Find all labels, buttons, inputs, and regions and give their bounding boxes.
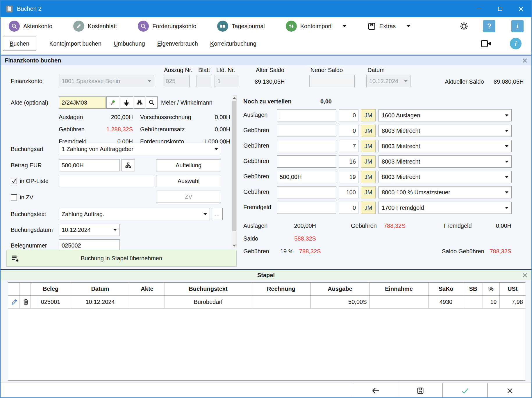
x-icon bbox=[522, 58, 527, 63]
sum-fremdgeld-value: 0,00H bbox=[477, 222, 511, 230]
percent-input[interactable]: 19 bbox=[339, 171, 358, 183]
jm-button[interactable]: JM bbox=[361, 171, 376, 183]
amount-input[interactable] bbox=[277, 155, 336, 168]
percent-input[interactable]: 0 bbox=[339, 202, 358, 214]
table-cell: 10.12.2024 bbox=[71, 295, 130, 308]
chevron-down-icon bbox=[505, 207, 508, 209]
action-bar bbox=[1, 383, 531, 398]
account-select[interactable]: 8003 Mietrecht bbox=[379, 140, 512, 152]
auszug-label: Auszug Nr. bbox=[164, 66, 192, 74]
search-akte-button[interactable] bbox=[146, 96, 158, 109]
confirm-button[interactable] bbox=[442, 383, 487, 398]
account-select[interactable]: 8003 Mietrecht bbox=[379, 125, 512, 137]
stapel-column-header: Akte bbox=[130, 283, 165, 295]
toolbar-item-aktenkonto[interactable]: Aktenkonto bbox=[9, 21, 52, 32]
scroll-down-icon[interactable] bbox=[233, 245, 236, 247]
account-select[interactable]: 1600 Auslagen bbox=[379, 109, 512, 121]
help-button[interactable]: ? bbox=[483, 20, 495, 32]
percent-input[interactable]: 7 bbox=[339, 140, 358, 152]
panel-title: Finanzkonto buchen bbox=[5, 57, 61, 64]
amount-input[interactable] bbox=[277, 109, 336, 121]
save-button[interactable] bbox=[398, 383, 442, 398]
amount-input[interactable]: 500,00H bbox=[277, 171, 336, 183]
chevron-down-icon bbox=[113, 229, 117, 231]
video-help-button[interactable] bbox=[480, 37, 492, 50]
akte-party-name: Meier / Winkelmann bbox=[161, 99, 213, 106]
jm-button[interactable]: JM bbox=[361, 155, 376, 168]
chevron-down-icon bbox=[148, 80, 151, 82]
lfd-input[interactable]: 1 bbox=[215, 75, 238, 87]
delete-row-button[interactable] bbox=[19, 295, 31, 308]
maximize-button[interactable] bbox=[490, 1, 510, 17]
percent-input[interactable]: 16 bbox=[339, 155, 358, 168]
back-button[interactable] bbox=[353, 383, 398, 398]
stapel-title: Stapel bbox=[257, 272, 275, 279]
toolbar-item-extras[interactable]: Extras bbox=[367, 22, 410, 31]
toolbar-item-tagesjournal[interactable]: Tagesjournal bbox=[217, 21, 265, 32]
scroll-up-icon[interactable] bbox=[233, 97, 236, 99]
account-select[interactable]: 8000 100 % Umsatzsteuer bbox=[379, 186, 512, 198]
buchungsdatum-select[interactable]: 10.12.2024 bbox=[59, 224, 120, 236]
stapel-column-header bbox=[19, 283, 31, 295]
import-icon bbox=[286, 21, 297, 32]
info-button[interactable]: i bbox=[511, 20, 524, 32]
maximize-icon bbox=[498, 7, 502, 11]
question-icon: ? bbox=[487, 22, 491, 30]
toolbar-item-kontoimport[interactable]: Kontoimport bbox=[286, 21, 346, 32]
percent-input[interactable]: 0 bbox=[339, 125, 358, 137]
tab-buchen[interactable]: Buchen bbox=[3, 37, 36, 51]
tab-korrekturbuchung[interactable]: Korrekturbuchung bbox=[210, 40, 256, 47]
stapel-column-header: Ausgabe bbox=[310, 283, 369, 295]
pin-button[interactable] bbox=[106, 96, 119, 109]
minimize-button[interactable] bbox=[469, 1, 490, 17]
panel-close-button[interactable] bbox=[522, 58, 527, 63]
toolbar-item-forderungskonto[interactable]: Forderungskonto bbox=[138, 21, 196, 32]
table-cell: 4930 bbox=[428, 295, 464, 308]
stapel-column-header: SaKo bbox=[428, 283, 464, 295]
jm-button[interactable]: JM bbox=[361, 125, 376, 137]
x-icon bbox=[522, 273, 527, 278]
toolbar-item-label: Kostenblatt bbox=[88, 23, 117, 30]
account-select[interactable]: 1700 Fremdgeld bbox=[379, 202, 512, 214]
jm-button[interactable]: JM bbox=[361, 186, 376, 198]
tab-umbuchung[interactable]: Umbuchung bbox=[114, 40, 145, 47]
stapel-close-button[interactable] bbox=[522, 273, 527, 278]
jm-button[interactable]: JM bbox=[361, 140, 376, 152]
akte-input[interactable]: 2/24JM03 bbox=[59, 96, 106, 109]
blatt-input[interactable] bbox=[197, 75, 211, 87]
close-button[interactable] bbox=[487, 383, 532, 398]
stapel-column-header: Einnahme bbox=[369, 283, 428, 295]
jm-button[interactable]: JM bbox=[361, 109, 376, 121]
insert-down-button[interactable] bbox=[120, 96, 133, 109]
chevron-down-icon[interactable] bbox=[343, 25, 346, 27]
close-button[interactable] bbox=[510, 1, 531, 17]
account-select[interactable]: 8003 Mietrecht bbox=[379, 155, 512, 168]
datum-select[interactable]: 10.12.2024 bbox=[366, 75, 410, 87]
jm-button[interactable]: JM bbox=[361, 202, 376, 214]
settings-button[interactable] bbox=[458, 20, 470, 33]
tab-eigenverbrauch[interactable]: Eigenverbrauch bbox=[157, 40, 198, 47]
auszug-input[interactable]: 025 bbox=[163, 75, 190, 87]
account-select[interactable]: 8003 Mietrecht bbox=[379, 171, 512, 183]
amount-input[interactable] bbox=[277, 202, 336, 214]
hierarchy-button[interactable] bbox=[134, 96, 145, 109]
percent-input[interactable]: 100 bbox=[339, 186, 358, 198]
table-cell bbox=[369, 295, 428, 308]
table-cell: Bürobedarf bbox=[165, 295, 252, 308]
edit-row-button[interactable] bbox=[8, 295, 19, 308]
stapel-column-header bbox=[8, 283, 19, 295]
chevron-down-icon bbox=[505, 191, 508, 193]
percent-input[interactable]: 0 bbox=[339, 109, 358, 121]
amount-input[interactable] bbox=[277, 186, 336, 198]
sum-saldo-value: 588,32S bbox=[278, 235, 316, 242]
info-circle-button[interactable]: i bbox=[510, 38, 522, 49]
tab-kontoimport-buchen[interactable]: Kontoimport buchen bbox=[49, 40, 101, 47]
amount-input[interactable] bbox=[277, 140, 336, 152]
amount-input[interactable] bbox=[277, 125, 336, 137]
neuer-saldo-input[interactable] bbox=[309, 75, 355, 87]
toolbar-item-kostenblatt[interactable]: Kostenblatt bbox=[73, 21, 117, 32]
finanzkonto-select[interactable]: 1001 Sparkasse Berlin bbox=[59, 75, 154, 87]
chevron-down-icon[interactable] bbox=[407, 25, 410, 27]
sum-fremdgeld-label: Fremdgeld bbox=[444, 222, 472, 230]
stapel-uebernehmen-button[interactable]: Buchung in Stapel übernehmen bbox=[6, 250, 237, 267]
